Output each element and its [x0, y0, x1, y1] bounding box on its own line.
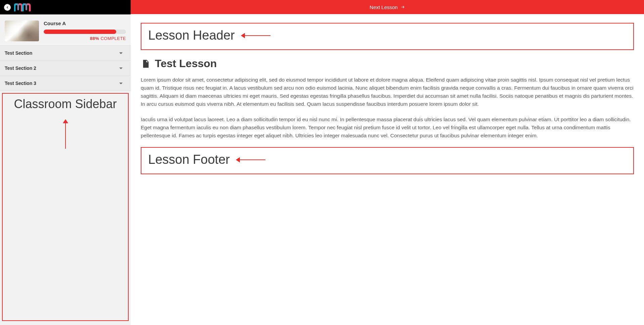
caret-down-icon: [119, 83, 123, 84]
classroom-sidebar-label: Classroom Sidebar: [14, 97, 117, 111]
section-item[interactable]: Test Section 3: [0, 76, 131, 91]
svg-marker-1: [63, 119, 68, 123]
lesson-header-annotation-box: Lesson Header: [141, 23, 634, 50]
lesson-content: Lesson Header Test Lesson Lorem ipsum do…: [131, 14, 644, 325]
arrow-right-icon: [400, 5, 405, 9]
sidebar: Course A 88% COMPLETE Test Section Test …: [0, 0, 131, 325]
logo: [14, 3, 32, 12]
next-lesson-bar[interactable]: Next Lesson: [131, 0, 644, 14]
course-thumbnail[interactable]: [5, 20, 39, 41]
back-button[interactable]: [4, 4, 11, 11]
logo-icon: [14, 3, 32, 12]
sections-list: Test Section Test Section 2 Test Section…: [0, 45, 131, 91]
course-header: Course A 88% COMPLETE: [0, 14, 131, 45]
progress-fill: [44, 30, 116, 34]
lesson-title-row: Test Lesson: [141, 57, 634, 70]
section-label: Test Section: [5, 50, 32, 56]
document-icon: [141, 59, 150, 68]
section-label: Test Section 2: [5, 65, 36, 71]
progress-text: 88% COMPLETE: [44, 36, 126, 41]
sidebar-topbar: [0, 0, 131, 14]
section-item[interactable]: Test Section 2: [0, 61, 131, 76]
lesson-title: Test Lesson: [155, 57, 217, 70]
svg-marker-5: [236, 157, 240, 162]
course-info: Course A 88% COMPLETE: [44, 20, 126, 41]
next-lesson-label: Next Lesson: [370, 4, 397, 10]
lesson-header-annotation-label: Lesson Header: [148, 28, 235, 43]
progress-percent: 88%: [90, 36, 99, 41]
main-content: Next Lesson Lesson Header Test Lesson Lo…: [131, 0, 644, 325]
caret-down-icon: [119, 52, 123, 54]
lesson-body: Lorem ipsum dolor sit amet, consectetur …: [141, 76, 634, 140]
lesson-footer-annotation-box: Lesson Footer: [141, 147, 634, 174]
arrow-left-icon: [236, 156, 266, 163]
course-title[interactable]: Course A: [44, 20, 126, 26]
lesson-paragraph: Lorem ipsum dolor sit amet, consectetur …: [141, 76, 634, 108]
section-label: Test Section 3: [5, 81, 36, 86]
caret-down-icon: [119, 67, 123, 69]
progress-complete-label: COMPLETE: [100, 36, 126, 41]
classroom-sidebar-annotation-box: Classroom Sidebar: [2, 93, 129, 321]
lesson-paragraph: Iaculis urna id volutpat lacus laoreet. …: [141, 115, 634, 140]
chevron-left-icon: [6, 6, 9, 9]
arrow-left-icon: [241, 32, 271, 39]
svg-marker-3: [241, 33, 245, 38]
lesson-footer-annotation-label: Lesson Footer: [148, 152, 230, 167]
section-item[interactable]: Test Section: [0, 46, 131, 61]
arrow-up-icon: [62, 119, 69, 149]
progress-bar: [44, 30, 126, 34]
